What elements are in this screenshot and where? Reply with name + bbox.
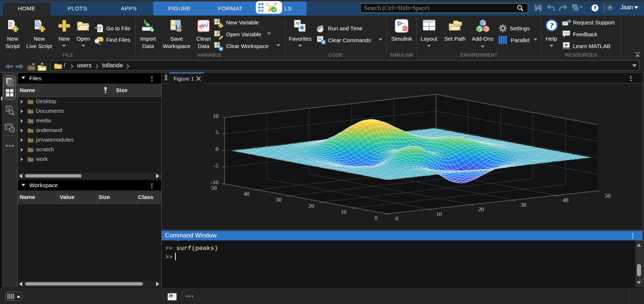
svg-text:?: ? xyxy=(593,5,597,11)
svg-text:-5: -5 xyxy=(214,162,218,169)
svg-text:0: 0 xyxy=(215,146,218,152)
svg-text:20: 20 xyxy=(308,203,314,209)
svg-text:0: 0 xyxy=(395,215,398,222)
svg-text:30: 30 xyxy=(276,196,282,203)
svg-text:0: 0 xyxy=(375,215,378,221)
svg-text:20: 20 xyxy=(478,206,484,212)
svg-text:40: 40 xyxy=(244,190,249,197)
svg-text:10: 10 xyxy=(213,113,219,119)
svg-text:40: 40 xyxy=(563,197,568,203)
svg-text:30: 30 xyxy=(520,202,526,208)
svg-text:5: 5 xyxy=(215,129,218,135)
svg-text:50: 50 xyxy=(605,192,611,199)
svg-text:-10: -10 xyxy=(211,179,218,185)
svg-text:?: ? xyxy=(550,21,554,30)
svg-text:50: 50 xyxy=(211,185,217,191)
svg-text:10: 10 xyxy=(436,211,442,217)
svg-text:10: 10 xyxy=(341,209,346,215)
